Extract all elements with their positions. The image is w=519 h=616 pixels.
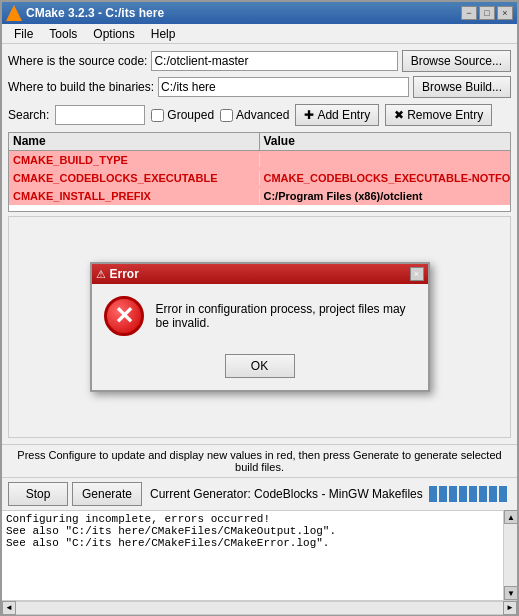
log-line: See also "C:/its here/CMakeFiles/CMakeOu… (6, 525, 499, 537)
error-dialog: ⚠ Error × ✕ Error in configuration proce… (90, 262, 430, 392)
scrollbar-up-arrow[interactable]: ▲ (504, 510, 518, 524)
status-text: Press Configure to update and display ne… (17, 449, 501, 473)
window-title: CMake 3.2.3 - C:/its here (26, 6, 461, 20)
dialog-title: Error (110, 267, 406, 281)
horizontal-scrollbar: ◄ ► (2, 600, 517, 614)
progress-segment (429, 486, 437, 502)
middle-area: photobucke ⚠ Error × ✕ Error in configur… (8, 216, 511, 438)
build-input[interactable] (158, 77, 409, 97)
advanced-checkbox[interactable] (220, 109, 233, 122)
progress-segment (479, 486, 487, 502)
build-label: Where to build the binaries: (8, 80, 154, 94)
progress-bar (429, 486, 507, 502)
table-header: Name Value (9, 133, 510, 151)
advanced-label: Advanced (236, 108, 289, 122)
dialog-title-icon: ⚠ (96, 268, 106, 281)
window-controls: − □ × (461, 6, 513, 20)
menu-help[interactable]: Help (143, 25, 184, 43)
browse-source-button[interactable]: Browse Source... (402, 50, 511, 72)
log-line: See also "C:/its here/CMakeFiles/CMakeEr… (6, 537, 499, 549)
scroll-track[interactable] (16, 601, 503, 615)
table-row[interactable]: CMAKE_CODEBLOCKS_EXECUTABLE CMAKE_CODEBL… (9, 169, 510, 187)
add-entry-button[interactable]: ✚ Add Entry (295, 104, 379, 126)
add-entry-label: Add Entry (317, 108, 370, 122)
dialog-title-bar: ⚠ Error × (92, 264, 428, 284)
table-row[interactable]: CMAKE_INSTALL_PREFIX C:/Program Files (x… (9, 187, 510, 205)
dialog-ok-button[interactable]: OK (225, 354, 295, 378)
remove-entry-button[interactable]: ✖ Remove Entry (385, 104, 492, 126)
grouped-checkbox-wrapper: Grouped (151, 108, 214, 122)
row-value-cell (260, 159, 511, 161)
log-line: Configuring incomplete, errors occurred! (6, 513, 499, 525)
progress-segment (449, 486, 457, 502)
scroll-left-arrow[interactable]: ◄ (2, 601, 16, 615)
progress-segment (499, 486, 507, 502)
row-value-cell: CMAKE_CODEBLOCKS_EXECUTABLE-NOTFOUND (260, 171, 511, 185)
status-bar: Press Configure to update and display ne… (2, 444, 517, 477)
error-icon: ✕ (104, 296, 144, 336)
advanced-checkbox-wrapper: Advanced (220, 108, 289, 122)
remove-icon: ✖ (394, 108, 404, 122)
row-value-cell: C:/Program Files (x86)/otclient (260, 189, 511, 203)
generate-button[interactable]: Generate (72, 482, 142, 506)
main-content: Where is the source code: Browse Source.… (2, 44, 517, 444)
log-area[interactable]: Configuring incomplete, errors occurred!… (2, 510, 503, 600)
progress-segment (489, 486, 497, 502)
log-container: Configuring incomplete, errors occurred!… (2, 510, 517, 600)
source-row: Where is the source code: Browse Source.… (8, 50, 511, 72)
col-name-header: Name (9, 133, 260, 150)
close-button[interactable]: × (497, 6, 513, 20)
dialog-close-button[interactable]: × (410, 267, 424, 281)
toolbar-row: Search: Grouped Advanced ✚ Add Entry ✖ R… (8, 102, 511, 128)
dialog-message: Error in configuration process, project … (156, 302, 416, 330)
bottom-buttons: Stop Generate Current Generator: CodeBlo… (2, 477, 517, 510)
row-name-cell: CMAKE_CODEBLOCKS_EXECUTABLE (9, 171, 260, 185)
source-label: Where is the source code: (8, 54, 147, 68)
scroll-right-arrow[interactable]: ► (503, 601, 517, 615)
app-icon (6, 5, 22, 21)
scrollbar-down-arrow[interactable]: ▼ (504, 586, 518, 600)
row-name-cell: CMAKE_BUILD_TYPE (9, 153, 260, 167)
grouped-checkbox[interactable] (151, 109, 164, 122)
table-row[interactable]: CMAKE_BUILD_TYPE (9, 151, 510, 169)
progress-segment (439, 486, 447, 502)
menu-options[interactable]: Options (85, 25, 142, 43)
title-bar: CMake 3.2.3 - C:/its here − □ × (2, 2, 517, 24)
menu-tools[interactable]: Tools (41, 25, 85, 43)
progress-segment (459, 486, 467, 502)
generator-label: Current Generator: CodeBlocks - MinGW Ma… (150, 487, 425, 501)
dialog-footer: OK (92, 348, 428, 390)
cmake-table: Name Value CMAKE_BUILD_TYPE CMAKE_CODEBL… (8, 132, 511, 212)
browse-build-button[interactable]: Browse Build... (413, 76, 511, 98)
dialog-overlay: ⚠ Error × ✕ Error in configuration proce… (9, 217, 510, 437)
maximize-button[interactable]: □ (479, 6, 495, 20)
main-window: CMake 3.2.3 - C:/its here − □ × File Too… (0, 0, 519, 616)
menu-file[interactable]: File (6, 25, 41, 43)
source-input[interactable] (151, 51, 397, 71)
dialog-body: ✕ Error in configuration process, projec… (92, 284, 428, 348)
search-label: Search: (8, 108, 49, 122)
progress-segment (469, 486, 477, 502)
log-scrollbar[interactable]: ▲ ▼ (503, 510, 517, 600)
remove-entry-label: Remove Entry (407, 108, 483, 122)
build-row: Where to build the binaries: Browse Buil… (8, 76, 511, 98)
grouped-label: Grouped (167, 108, 214, 122)
search-input[interactable] (55, 105, 145, 125)
menu-bar: File Tools Options Help (2, 24, 517, 44)
stop-button[interactable]: Stop (8, 482, 68, 506)
add-icon: ✚ (304, 108, 314, 122)
row-name-cell: CMAKE_INSTALL_PREFIX (9, 189, 260, 203)
minimize-button[interactable]: − (461, 6, 477, 20)
col-value-header: Value (260, 133, 511, 150)
